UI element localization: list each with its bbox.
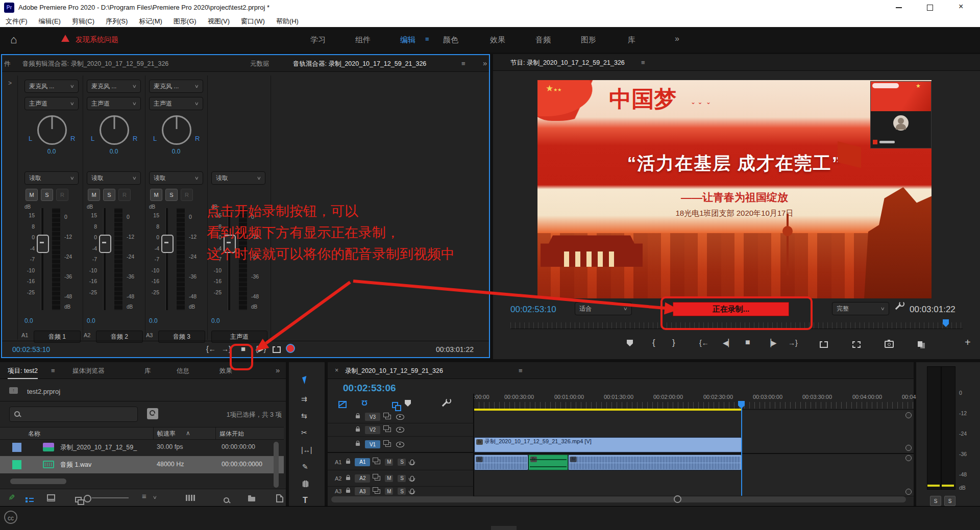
input-select[interactable]: 麦克风 ...∨ xyxy=(87,80,141,93)
bin-up-icon[interactable]: ↑ xyxy=(9,387,18,394)
lock-icon[interactable] xyxy=(356,428,360,432)
track-sync-icon[interactable] xyxy=(375,489,380,494)
timeline-settings-wrench-icon[interactable] xyxy=(442,401,448,407)
toggle-output-eye-icon[interactable] xyxy=(396,414,404,420)
solo-button[interactable]: S xyxy=(398,488,406,495)
record-arm-button[interactable]: R xyxy=(118,189,131,201)
pan-knob[interactable] xyxy=(162,115,191,145)
solo-button[interactable]: S xyxy=(398,459,406,466)
timeline-ruler[interactable]: :00:00 00:00:30:00 00:01:00:00 00:01:30:… xyxy=(474,394,914,410)
add-marker-icon[interactable] xyxy=(405,400,411,407)
workspace-tab-assembly[interactable]: 组件 xyxy=(355,35,371,45)
workspace-tab-libraries[interactable]: 库 xyxy=(628,35,635,45)
horizontal-scrollbar[interactable] xyxy=(10,478,66,484)
go-to-in-icon[interactable]: {← xyxy=(699,339,709,347)
track-height-handle[interactable] xyxy=(905,445,912,451)
timeline-current-timecode[interactable]: 00:02:53:06 xyxy=(343,383,396,394)
workspace-tab-graphics[interactable]: 图形 xyxy=(581,35,596,45)
tab-effects[interactable]: 效果 xyxy=(219,367,232,375)
close-tab-icon[interactable]: × xyxy=(335,367,338,374)
tab-info[interactable]: 信息 xyxy=(177,367,189,375)
track-sync-icon[interactable] xyxy=(385,415,391,419)
step-back-icon[interactable]: ◀▏ xyxy=(723,339,734,347)
project-panel-menu-icon[interactable]: ≡ xyxy=(51,367,55,374)
track-height-handle[interactable] xyxy=(905,489,912,495)
volume-fader-handle[interactable] xyxy=(37,235,49,253)
gain-value[interactable]: 0.0 xyxy=(24,317,33,324)
extract-icon[interactable] xyxy=(852,341,861,348)
stop-button[interactable]: ■ xyxy=(241,344,246,353)
export-frame-icon[interactable] xyxy=(885,341,894,348)
play-stop-icon[interactable]: ■ xyxy=(745,338,750,347)
source-patch-label[interactable]: A3 xyxy=(335,488,341,494)
volume-fader-track[interactable] xyxy=(165,208,168,310)
solo-button[interactable]: S xyxy=(398,475,406,482)
mute-button[interactable]: M xyxy=(88,189,100,201)
scrollbar-zoom-handle[interactable] xyxy=(674,495,681,503)
track-badge-a2[interactable]: A2 xyxy=(355,474,370,483)
record-arm-button[interactable]: R xyxy=(181,189,193,201)
mixer-tabs-overflow[interactable]: » xyxy=(483,59,487,67)
output-select[interactable]: 主声道∨ xyxy=(24,97,79,110)
track-lane-v3[interactable] xyxy=(474,411,914,424)
track-badge-v2[interactable]: V2 xyxy=(365,426,380,434)
mute-button[interactable]: M xyxy=(150,189,162,201)
volume-fader-handle[interactable] xyxy=(99,235,111,253)
transform-handle[interactable] xyxy=(537,291,545,298)
fit-select[interactable]: 适合∨ xyxy=(575,302,632,315)
track-sync-icon[interactable] xyxy=(385,442,391,447)
gain-value[interactable]: 0.0 xyxy=(87,317,95,324)
go-to-out-icon[interactable]: →} xyxy=(788,339,798,347)
workspace-overflow-chevron[interactable]: » xyxy=(675,34,679,43)
automation-mode-select[interactable]: 读取∨ xyxy=(211,171,265,185)
sort-ascending-icon[interactable]: ∧ xyxy=(186,430,190,437)
timeline-panel-menu-icon[interactable]: ≡ xyxy=(519,367,523,374)
video-clip-v1[interactable]: fx录制_2020_10_17_12_59_21_326.mp4 [V] xyxy=(474,437,742,452)
label-swatch[interactable] xyxy=(12,460,21,469)
project-breadcrumb[interactable]: test2.prproj xyxy=(27,388,60,395)
close-button[interactable]: × xyxy=(959,2,963,11)
solo-right-button[interactable]: S xyxy=(944,496,955,506)
timeline-playhead-line[interactable] xyxy=(741,402,742,496)
mute-button[interactable]: M xyxy=(385,488,393,495)
gain-value[interactable]: 0.0 xyxy=(211,317,220,324)
tab-media-browser[interactable]: 媒体浏览器 xyxy=(72,367,105,375)
tab-libraries[interactable]: 库 xyxy=(144,367,151,375)
snap-magnet-icon[interactable] xyxy=(361,399,368,408)
go-to-in-button[interactable]: {← xyxy=(206,345,216,353)
mark-out-icon[interactable]: } xyxy=(672,338,675,348)
track-lane-v2[interactable] xyxy=(474,423,914,437)
track-lane-a3[interactable] xyxy=(474,487,914,496)
solo-left-button[interactable]: S xyxy=(930,496,941,506)
tab-program-monitor[interactable]: 节目: 录制_2020_10_17_12_59_21_326 xyxy=(510,59,625,67)
solo-button[interactable]: S xyxy=(41,189,53,201)
solo-button[interactable]: S xyxy=(103,189,115,201)
hand-tool[interactable] xyxy=(303,481,308,487)
pan-knob[interactable] xyxy=(37,115,67,145)
column-frame-rate[interactable]: 帧速率 xyxy=(157,430,176,438)
chevron-down-icon[interactable]: ∨ xyxy=(153,495,157,500)
track-lane-a2[interactable] xyxy=(474,470,914,487)
maximize-button[interactable] xyxy=(927,5,933,11)
type-tool[interactable]: T xyxy=(303,496,308,505)
gain-value[interactable]: 0.0 xyxy=(149,317,158,324)
comparison-view-icon[interactable] xyxy=(918,341,922,347)
automation-mode-select[interactable]: 读取∨ xyxy=(24,171,79,185)
menu-markers[interactable]: 标记(M) xyxy=(133,17,168,26)
slip-tool[interactable]: |↔| xyxy=(301,446,312,454)
pan-value[interactable]: 0.0 xyxy=(83,148,145,155)
volume-fader-track[interactable] xyxy=(103,208,106,310)
mixer-panel-menu-icon[interactable]: ≡ xyxy=(461,60,465,67)
record-button[interactable] xyxy=(286,344,295,353)
mark-in-icon[interactable]: { xyxy=(652,338,655,348)
icon-view-icon[interactable] xyxy=(47,494,55,501)
menu-file[interactable]: 文件(F) xyxy=(0,17,33,26)
track-badge-v1[interactable]: V1 xyxy=(365,440,380,448)
play-in-to-out-button[interactable]: {▶} xyxy=(256,345,266,353)
pan-value[interactable]: 0.0 xyxy=(145,148,207,155)
tab-project[interactable]: 项目: test2 xyxy=(8,367,38,379)
record-arm-button[interactable]: R xyxy=(56,189,68,201)
button-editor-plus-icon[interactable]: + xyxy=(965,337,971,348)
selection-tool[interactable] xyxy=(302,376,309,384)
loop-export-icon[interactable] xyxy=(273,346,281,353)
